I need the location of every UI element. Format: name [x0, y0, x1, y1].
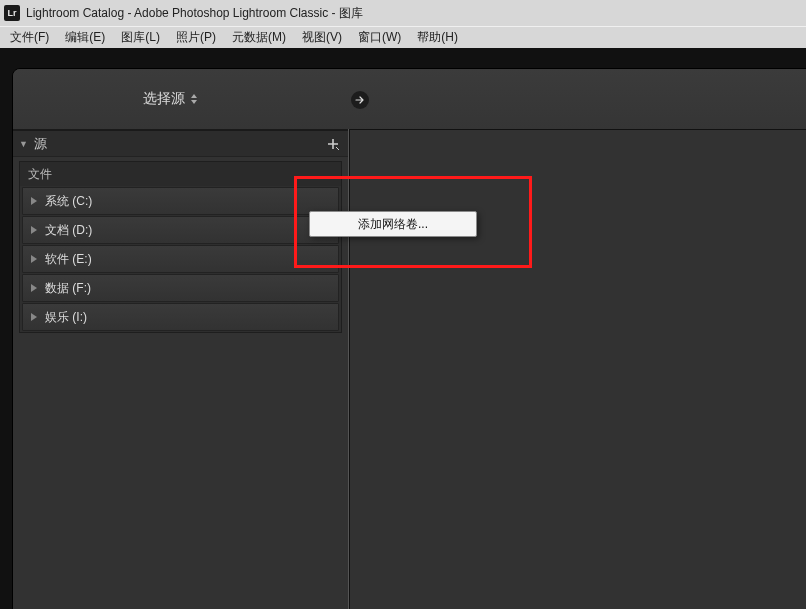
menu-view[interactable]: 视图(V): [294, 27, 350, 48]
drive-row[interactable]: 系统 (C:): [22, 187, 339, 215]
plus-icon: [326, 137, 340, 151]
sort-arrows-icon: [191, 94, 198, 104]
menu-metadata[interactable]: 元数据(M): [224, 27, 294, 48]
drive-label: 软件 (E:): [45, 251, 92, 268]
body-split: ▼ 源 文件 系统 (C:): [13, 129, 806, 609]
context-menu: 添加网络卷...: [309, 211, 477, 237]
left-column: ▼ 源 文件 系统 (C:): [13, 129, 349, 609]
menu-window[interactable]: 窗口(W): [350, 27, 409, 48]
drive-row[interactable]: 软件 (E:): [22, 245, 339, 273]
menu-file[interactable]: 文件(F): [2, 27, 57, 48]
files-panel: 文件 系统 (C:) 文档 (D:) 软件 (E:): [19, 161, 342, 333]
menu-item-add-network-volume[interactable]: 添加网络卷...: [358, 216, 428, 233]
menu-help[interactable]: 帮助(H): [409, 27, 466, 48]
drive-label: 文档 (D:): [45, 222, 92, 239]
chevron-right-icon: [31, 313, 37, 321]
import-panel: 选择源 ▼ 源: [12, 68, 806, 609]
drive-label: 系统 (C:): [45, 193, 92, 210]
disclosure-triangle-down-icon: ▼: [19, 139, 28, 149]
menu-photo[interactable]: 照片(P): [168, 27, 224, 48]
menu-edit[interactable]: 编辑(E): [57, 27, 113, 48]
chevron-right-icon: [31, 197, 37, 205]
titlebar: Lr Lightroom Catalog - Adobe Photoshop L…: [0, 0, 806, 26]
drive-label: 娱乐 (I:): [45, 309, 87, 326]
chevron-right-icon: [31, 255, 37, 263]
select-source-button[interactable]: 选择源: [143, 90, 198, 108]
select-source-label: 选择源: [143, 90, 185, 108]
workspace: 选择源 ▼ 源: [0, 48, 806, 609]
files-panel-header[interactable]: 文件: [20, 162, 341, 186]
drive-row[interactable]: 文档 (D:): [22, 216, 339, 244]
drive-row[interactable]: 数据 (F:): [22, 274, 339, 302]
menubar: 文件(F) 编辑(E) 图库(L) 照片(P) 元数据(M) 视图(V) 窗口(…: [0, 26, 806, 48]
files-label: 文件: [28, 166, 52, 183]
add-volume-button[interactable]: [324, 135, 342, 153]
menu-library[interactable]: 图库(L): [113, 27, 168, 48]
top-bar: 选择源: [13, 69, 806, 129]
source-label: 源: [34, 135, 47, 153]
drive-row[interactable]: 娱乐 (I:): [22, 303, 339, 331]
source-panel-header[interactable]: ▼ 源: [13, 129, 348, 157]
chevron-right-icon: [31, 226, 37, 234]
arrow-right-icon: [355, 95, 365, 105]
window-title: Lightroom Catalog - Adobe Photoshop Ligh…: [26, 5, 363, 22]
nav-forward-button[interactable]: [351, 91, 369, 109]
drive-label: 数据 (F:): [45, 280, 91, 297]
right-column: [349, 129, 806, 609]
chevron-right-icon: [31, 284, 37, 292]
app-icon: Lr: [4, 5, 20, 21]
